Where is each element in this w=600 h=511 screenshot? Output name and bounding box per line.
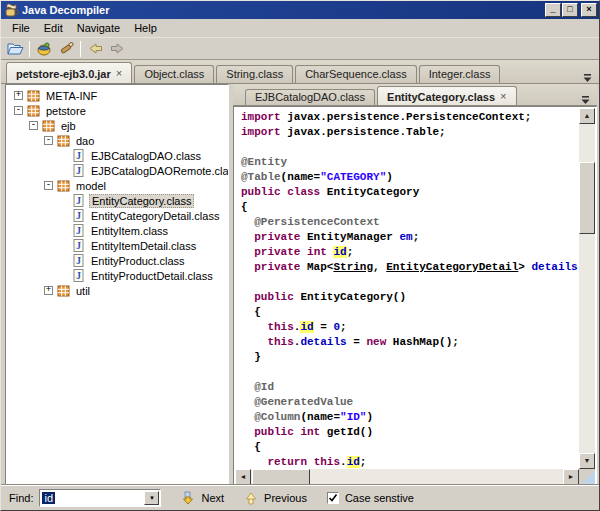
tree-node-EJBCatalogDAO.class[interactable]: JEJBCatalogDAO.class [6,148,228,163]
code-token: ; [347,246,354,258]
scroll-down-icon[interactable]: ▼ [579,453,595,469]
code-line: import javax.persistence.PersistenceCont… [241,110,579,125]
code-token [241,216,254,228]
search-icon[interactable] [55,39,77,59]
code-token: @Entity [241,156,287,168]
collapse-icon[interactable]: - [14,106,23,115]
tree-node-label: META-INF [44,90,99,102]
find-bar: Find: id ▼ Next Previous Case senstive [1,485,600,510]
expand-icon[interactable]: + [44,286,53,295]
previous-arrow-icon[interactable] [244,491,258,505]
code-token[interactable]: String [333,261,373,273]
tree-node-dao[interactable]: -dao [6,133,228,148]
tab-close-icon[interactable]: × [500,92,507,102]
close-button[interactable]: × [581,3,597,17]
toolbar [1,38,599,60]
class-icon: J [72,164,85,177]
horizontal-scrollbar[interactable]: ◄ ► [235,469,579,485]
code-token: this [267,336,293,348]
code-token: ) [366,411,373,423]
code-line: { [241,305,579,320]
tab-Object.class[interactable]: Object.class [134,65,214,83]
code-line: private Map<String, EntityCategoryDetail… [241,260,579,275]
find-dropdown-icon[interactable]: ▼ [144,491,159,505]
code-token: details [531,261,577,273]
decompiled-source[interactable]: import javax.persistence.PersistenceCont… [235,108,579,469]
tree-node-META-INF[interactable]: +META-INF [6,88,228,103]
tree-node-EntityItem.class[interactable]: JEntityItem.class [6,223,228,238]
svg-text:J: J [76,240,81,251]
class-icon: J [72,194,85,207]
forward-icon[interactable] [106,39,128,59]
tree-node-EntityItemDetail.class[interactable]: JEntityItemDetail.class [6,238,228,253]
code-token[interactable]: EntityCategoryDetail [386,261,518,273]
find-previous-button[interactable]: Previous [264,492,307,504]
tab-petstore-ejb3.0.jar[interactable]: petstore-ejb3.0.jar× [6,62,132,83]
tree-node-model[interactable]: -model [6,178,228,193]
svg-text:J: J [76,255,81,266]
tree-node-EJBCatalogDAORemote.class[interactable]: JEJBCatalogDAORemote.class [6,163,228,178]
code-line: private int id; [241,245,579,260]
source-tab-EJBCatalogDAO.class[interactable]: EJBCatalogDAO.class [245,89,375,105]
tree-node-label: dao [74,135,96,147]
find-input[interactable]: id ▼ [39,489,161,507]
tree-node-EntityProductDetail.class[interactable]: JEntityProductDetail.class [6,268,228,283]
title-bar: Java Decompiler _□× [1,1,599,19]
tree-node-petstore[interactable]: -petstore [6,103,228,118]
code-token: EntityCategory() [294,291,406,303]
open-file-icon[interactable] [4,39,26,59]
open-type-icon[interactable] [33,39,55,59]
code-token [241,411,254,423]
scroll-left-icon[interactable]: ◄ [235,469,251,485]
expand-icon[interactable]: + [14,91,23,100]
class-icon: J [72,269,85,282]
minimize-button[interactable]: _ [545,3,561,17]
code-token: private [254,231,300,243]
code-viewer: import javax.persistence.PersistenceCont… [233,106,597,487]
tree-node-EntityProduct.class[interactable]: JEntityProduct.class [6,253,228,268]
collapse-icon[interactable]: - [44,136,53,145]
collapse-icon[interactable]: - [29,121,38,130]
menu-edit[interactable]: Edit [37,20,70,36]
tree-node-ejb[interactable]: -ejb [6,118,228,133]
maximize-button[interactable]: □ [562,3,578,17]
menu-navigate[interactable]: Navigate [70,20,127,36]
tab-Integer.class[interactable]: Integer.class [419,65,501,83]
next-arrow-icon[interactable] [181,491,195,505]
tree-node-util[interactable]: +util [6,283,228,298]
code-token: @Table [241,171,281,183]
scroll-up-icon[interactable]: ▲ [579,108,595,124]
scroll-right-icon[interactable]: ► [563,469,579,485]
source-tab-EntityCategory.class[interactable]: EntityCategory.class× [377,86,517,105]
tree-node-EntityCategory.class[interactable]: JEntityCategory.class [6,193,228,208]
back-icon[interactable] [84,39,106,59]
code-token [241,231,254,243]
menu-file[interactable]: File [5,20,37,36]
search-match: id [300,321,313,333]
vertical-scroll-thumb[interactable] [579,162,595,234]
svg-text:J: J [76,225,81,236]
case-sensitive-checkbox[interactable] [327,492,339,504]
tab-String.class[interactable]: String.class [216,65,293,83]
tab-CharSequence.class[interactable]: CharSequence.class [295,65,417,83]
code-token: { [241,441,261,453]
tree-node-EntityCategoryDetail.class[interactable]: JEntityCategoryDetail.class [6,208,228,223]
main-content: +META-INF-petstore-ejb-daoJEJBCatalogDAO… [1,84,600,487]
tree-node-label: model [74,180,108,192]
code-line [241,365,579,380]
source-tab-dropdown-icon[interactable] [580,91,591,100]
horizontal-scroll-thumb[interactable] [252,469,310,485]
find-next-button[interactable]: Next [201,492,224,504]
vertical-scrollbar[interactable]: ▲ ▼ [579,108,595,469]
search-match: id [347,456,360,468]
tree-node-label: EntityProduct.class [89,255,187,267]
tab-label: EJBCatalogDAO.class [255,91,365,103]
tree-node-label: EJBCatalogDAORemote.class [89,165,229,177]
code-line: @Column(name="ID") [241,410,579,425]
code-token: import [241,111,281,123]
menu-help[interactable]: Help [127,20,164,36]
tab-close-icon[interactable]: × [116,69,123,79]
collapse-icon[interactable]: - [44,181,53,190]
code-token: = [347,336,367,348]
tab-list-dropdown-icon[interactable] [582,69,593,78]
